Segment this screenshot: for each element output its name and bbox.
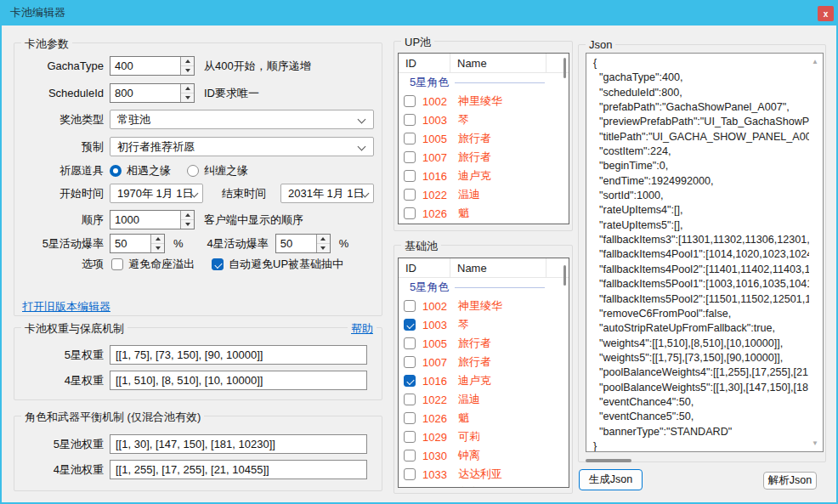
avoid-constellation-overflow-label[interactable]: 避免命座溢出 <box>128 257 195 272</box>
radio-acquaint-fate[interactable] <box>110 165 122 177</box>
spin-down-button[interactable] <box>181 93 194 102</box>
open-legacy-editor-link[interactable]: 打开旧版本编辑器 <box>22 299 110 314</box>
sort-input[interactable]: 1000 <box>110 210 195 229</box>
end-time-label: 结束时间 <box>222 186 266 201</box>
close-button[interactable]: x <box>818 6 834 21</box>
item-checkbox[interactable] <box>404 319 416 331</box>
item-checkbox[interactable] <box>404 133 416 144</box>
gacha-type-hint: 从400开始，顺序递增 <box>204 59 311 74</box>
pool-list-item[interactable]: 1029 可莉 <box>399 428 569 446</box>
spin-up-button[interactable] <box>181 84 194 93</box>
spin-up-button[interactable] <box>181 211 194 220</box>
spin-up-button[interactable] <box>151 235 164 244</box>
item-checkbox[interactable] <box>404 337 416 349</box>
json-textarea[interactable]: { "gachaType":400, "scheduleId":800, "pr… <box>586 53 824 452</box>
pool-list-item[interactable]: 1007 旅行者 <box>399 148 569 167</box>
auto-avoid-up-label[interactable]: 自动避免UP被基础抽中 <box>229 257 343 272</box>
pool-list-item[interactable]: 1005 旅行者 <box>399 334 569 353</box>
pool-list-item[interactable]: 1005 旅行者 <box>399 129 569 148</box>
pool-list-item[interactable]: 1026 魈 <box>399 204 569 223</box>
begin-time-picker[interactable]: 1970年 1月 1日 <box>110 184 203 203</box>
pool-type-select[interactable]: 常驻池 <box>110 110 374 129</box>
item-name: 温迪 <box>458 392 480 407</box>
radio-intertwined-fate[interactable] <box>187 165 199 177</box>
pool-list-item[interactable]: 1007 旅行者 <box>399 353 569 371</box>
weights5-input[interactable]: [[1, 75], [73, 150], [90, 10000]] <box>110 345 367 365</box>
pool-list-item[interactable]: 1022 温迪 <box>399 185 569 204</box>
event-chance4-value[interactable]: 50 <box>276 235 316 252</box>
pool-weights5-input[interactable]: [[1, 30], [147, 150], [181, 10230]] <box>110 434 367 454</box>
horizontal-scrollbar-thumb[interactable] <box>586 459 631 462</box>
item-checkbox[interactable] <box>404 468 416 480</box>
pool-list-item[interactable]: 1002 神里绫华 <box>399 297 569 315</box>
gacha-type-input[interactable]: 400 <box>110 56 195 76</box>
radio-acquaint-fate-label[interactable]: 相遇之缘 <box>127 163 171 178</box>
radio-intertwined-fate-label[interactable]: 纠缠之缘 <box>204 163 248 178</box>
item-checkbox[interactable] <box>404 412 416 424</box>
generate-json-button[interactable]: 生成Json <box>579 469 643 490</box>
event-chance5-value[interactable]: 50 <box>110 235 150 252</box>
item-checkbox[interactable] <box>404 189 416 201</box>
name-column-header[interactable]: Name <box>450 54 546 72</box>
scroll-down-icon[interactable]: ▼ <box>812 439 818 447</box>
item-checkbox[interactable] <box>404 431 416 443</box>
pool-list-item[interactable]: 1035 七七 <box>399 484 569 488</box>
spin-up-button[interactable] <box>181 57 194 66</box>
item-checkbox[interactable] <box>404 151 416 163</box>
item-checkbox[interactable] <box>404 450 416 462</box>
event-chance4-input[interactable]: 50 <box>275 234 331 253</box>
weights4-input[interactable]: [[1, 510], [8, 510], [10, 10000]] <box>110 371 367 390</box>
weights5-row: 5星权重 [[1, 75], [73, 150], [90, 10000]] <box>22 345 367 365</box>
scroll-up-icon[interactable]: ▲ <box>812 58 818 65</box>
item-checkbox[interactable] <box>404 394 416 405</box>
pool-list-item[interactable]: 1003 琴 <box>399 315 569 334</box>
pool-list-item[interactable]: 1022 温迪 <box>399 390 569 409</box>
gacha-type-value[interactable]: 400 <box>110 57 180 75</box>
pool-list-item[interactable]: 1026 魈 <box>399 409 569 428</box>
spin-down-button[interactable] <box>151 244 164 252</box>
spin-down-button[interactable] <box>181 220 194 229</box>
end-time-picker[interactable]: 2031年 1月 1日 <box>280 184 374 203</box>
percent-sign: % <box>339 237 349 250</box>
item-checkbox[interactable] <box>404 356 416 368</box>
pool-list-item[interactable]: 1002 神里绫华 <box>399 92 569 110</box>
item-checkbox[interactable] <box>404 487 416 488</box>
up-pool-list[interactable]: ID Name 5星角色 1002 神里绫华 1003 琴 1005 旅行者 1… <box>398 53 569 224</box>
scrollbar-thumb[interactable] <box>563 265 566 286</box>
spin-down-button[interactable] <box>181 66 194 75</box>
event-chance5-input[interactable]: 50 <box>110 234 165 253</box>
item-checkbox[interactable] <box>404 375 416 387</box>
preset-select[interactable]: 初行者推荐祈愿 <box>110 137 374 156</box>
json-text[interactable]: { "gachaType":400, "scheduleId":800, "pr… <box>586 54 823 452</box>
base-pool-list[interactable]: ID Name 5星角色 1002 神里绫华 1003 琴 1005 旅行者 1… <box>398 258 569 488</box>
id-column-header[interactable]: ID <box>399 54 450 72</box>
schedule-id-value[interactable]: 800 <box>110 84 180 102</box>
id-column-header[interactable]: ID <box>399 258 450 277</box>
sort-value[interactable]: 1000 <box>110 211 180 229</box>
item-checkbox[interactable] <box>404 300 416 312</box>
help-link[interactable]: 帮助 <box>348 321 377 337</box>
name-column-header[interactable]: Name <box>450 258 546 277</box>
horizontal-scrollbar[interactable] <box>586 459 824 462</box>
avoid-constellation-overflow-checkbox[interactable] <box>111 258 123 270</box>
item-checkbox[interactable] <box>404 170 416 182</box>
schedule-id-input[interactable]: 800 <box>110 83 195 103</box>
pool-list-item[interactable]: 1033 达达利亚 <box>399 465 569 484</box>
pool-list-item[interactable]: 1030 钟离 <box>399 446 569 465</box>
up-pool-title: UP池 <box>401 35 434 50</box>
item-checkbox[interactable] <box>404 207 416 219</box>
pool-list-item[interactable]: 1016 迪卢克 <box>399 371 569 390</box>
item-name: 琴 <box>458 317 469 332</box>
vertical-scrollbar[interactable]: ▲ ▼ <box>809 54 823 451</box>
item-checkbox[interactable] <box>404 95 416 107</box>
auto-avoid-up-checkbox[interactable] <box>212 258 224 270</box>
scrollbar-thumb[interactable] <box>563 58 566 78</box>
spin-up-button[interactable] <box>317 235 330 244</box>
spin-down-button[interactable] <box>317 244 330 252</box>
parse-json-button[interactable]: 解析Json <box>763 472 817 490</box>
titlebar[interactable]: 卡池编辑器 x <box>0 0 838 25</box>
pool-weights4-input[interactable]: [[1, 255], [17, 255], [21, 10455]] <box>110 460 367 479</box>
pool-list-item[interactable]: 1016 迪卢克 <box>399 167 569 185</box>
pool-list-item[interactable]: 1003 琴 <box>399 110 569 129</box>
item-checkbox[interactable] <box>404 114 416 126</box>
